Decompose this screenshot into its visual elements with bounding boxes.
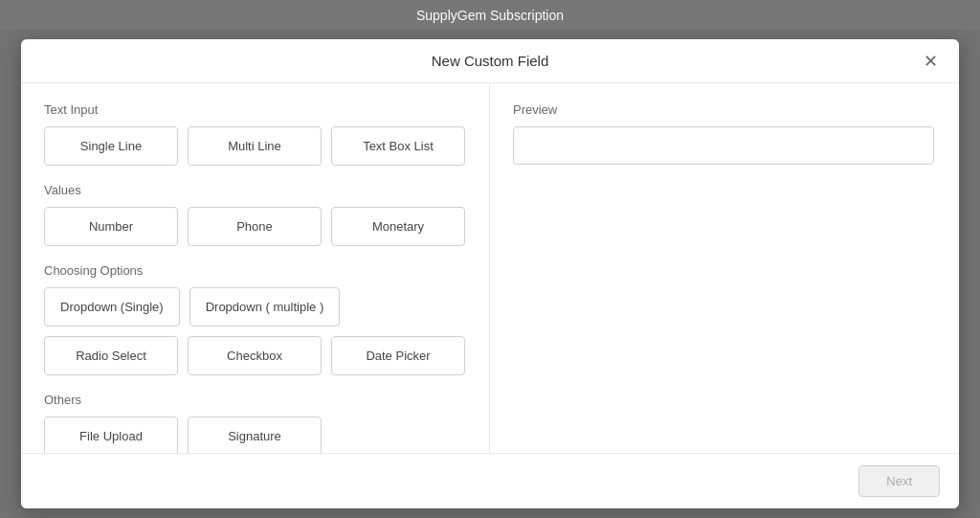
field-btn-checkbox[interactable]: Checkbox [188,336,322,375]
field-btn-date-picker[interactable]: Date Picker [331,336,465,375]
field-btn-text-box-list[interactable]: Text Box List [331,126,465,166]
modal-left-panel: Text Input Single Line Multi Line Text B… [21,83,490,453]
field-btn-number[interactable]: Number [44,207,178,246]
field-btn-dropdown-multiple[interactable]: Dropdown ( multiple ) [189,287,341,327]
field-grid-others: File Upload Signature [44,417,466,453]
preview-label: Preview [513,102,936,117]
modal-footer: Next [21,453,959,508]
field-btn-signature[interactable]: Signature [188,417,322,453]
modal-overlay: New Custom Field ✕ Text Input Single Lin… [0,30,980,518]
app-title: SupplyGem Subscription [416,8,564,23]
field-btn-dropdown-single[interactable]: Dropdown (Single) [44,287,180,327]
field-btn-file-upload[interactable]: File Upload [44,417,178,453]
field-grid-values: Number Phone Monetary [44,207,466,246]
modal-header: New Custom Field ✕ [21,39,959,83]
field-btn-radio-select[interactable]: Radio Select [44,336,178,375]
field-grid-text-input: Single Line Multi Line Text Box List [44,126,466,166]
section-label-text-input: Text Input [44,102,466,117]
app-title-bar: SupplyGem Subscription [0,0,980,30]
modal-right-panel: Preview [490,83,959,453]
field-btn-phone[interactable]: Phone [188,207,322,246]
modal-body: Text Input Single Line Multi Line Text B… [21,83,959,453]
field-btn-multi-line[interactable]: Multi Line [188,126,322,166]
section-label-others: Others [44,393,466,407]
modal: New Custom Field ✕ Text Input Single Lin… [21,39,959,508]
field-grid-choosing-options: Dropdown (Single) Dropdown ( multiple ) … [44,287,466,375]
next-button[interactable]: Next [858,465,940,497]
field-btn-single-line[interactable]: Single Line [44,126,178,166]
field-btn-monetary[interactable]: Monetary [331,207,465,246]
close-button[interactable]: ✕ [918,51,944,72]
modal-title: New Custom Field [432,53,549,69]
section-label-values: Values [44,183,466,197]
section-label-choosing-options: Choosing Options [44,263,466,278]
preview-box [513,126,934,165]
